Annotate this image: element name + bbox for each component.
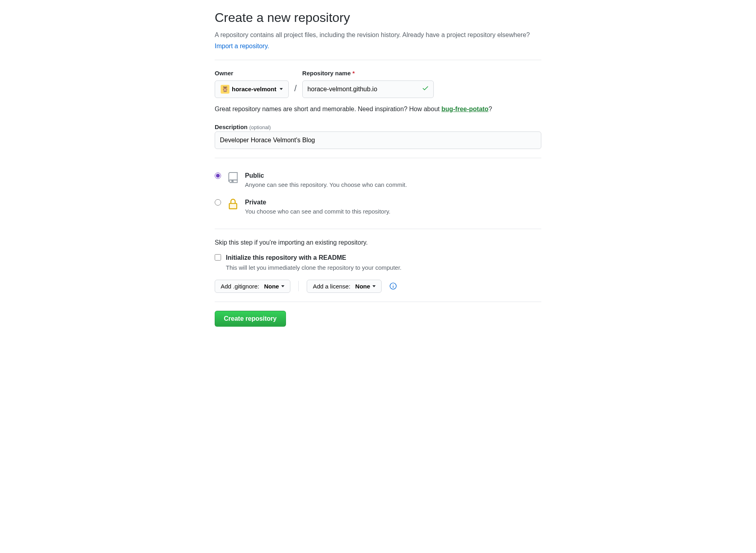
name-hint: Great repository names are short and mem…	[215, 104, 541, 114]
required-star-icon: *	[353, 70, 355, 76]
repo-name-input[interactable]	[302, 80, 434, 98]
description-label: Description (optional)	[215, 124, 271, 130]
private-desc: You choose who can see and commit to thi…	[245, 207, 390, 216]
gitignore-select[interactable]: Add .gitignore: None	[215, 280, 290, 293]
visibility-public-option[interactable]: Public Anyone can see this repository. Y…	[215, 167, 541, 194]
name-suggestion-link[interactable]: bug-free-potato	[441, 106, 488, 112]
private-radio[interactable]	[215, 199, 221, 206]
import-repository-link[interactable]: Import a repository.	[215, 43, 269, 49]
caret-down-icon	[372, 285, 376, 287]
visibility-private-option[interactable]: Private You choose who can see and commi…	[215, 194, 541, 220]
lock-icon	[227, 198, 239, 210]
repo-name-label: Repository name *	[302, 69, 434, 78]
divider	[298, 281, 299, 291]
svg-rect-0	[229, 203, 237, 208]
readme-desc: This will let you immediately clone the …	[226, 263, 402, 273]
private-title: Private	[245, 198, 390, 207]
repo-icon	[227, 171, 239, 184]
public-title: Public	[245, 171, 407, 180]
init-hint: Skip this step if you're importing an ex…	[215, 238, 541, 247]
page-title: Create a new repository	[215, 8, 541, 27]
public-radio[interactable]	[215, 173, 221, 179]
owner-avatar-icon: 🦉	[221, 85, 229, 94]
owner-select[interactable]: 🦉 horace-velmont	[215, 80, 289, 98]
divider	[215, 302, 541, 302]
create-repository-button[interactable]: Create repository	[215, 311, 286, 327]
owner-label: Owner	[215, 69, 289, 78]
divider	[215, 229, 541, 229]
owner-value: horace-velmont	[232, 86, 276, 92]
page-subtitle: A repository contains all project files,…	[215, 30, 541, 40]
path-separator: /	[293, 82, 298, 98]
public-desc: Anyone can see this repository. You choo…	[245, 180, 407, 190]
divider	[215, 158, 541, 158]
check-valid-icon	[422, 84, 429, 94]
description-input[interactable]	[215, 131, 541, 149]
info-icon[interactable]	[390, 282, 397, 290]
caret-down-icon	[281, 285, 284, 287]
caret-down-icon	[280, 88, 283, 90]
divider	[215, 60, 541, 60]
license-select[interactable]: Add a license: None	[307, 280, 382, 293]
readme-checkbox[interactable]	[215, 254, 221, 261]
readme-label: Initialize this repository with a README	[226, 253, 402, 263]
